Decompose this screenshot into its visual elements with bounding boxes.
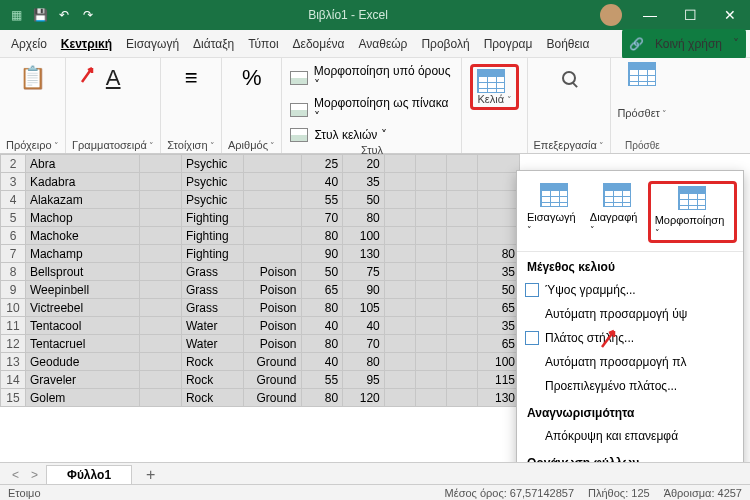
- status-count: Πλήθος: 125: [588, 487, 650, 499]
- cells-dropdown: Εισαγωγή Διαγραφή Μορφοποίηση Μέγεθος κε…: [516, 170, 744, 475]
- menu-autofit-col[interactable]: Αυτόματη προσαρμογή πλ: [517, 350, 743, 374]
- share-button[interactable]: 🔗 Κοινή χρήση ˅: [622, 29, 746, 59]
- status-ready: Ετοιμο: [8, 487, 41, 499]
- col-width-icon: [525, 331, 539, 345]
- status-avg: Μέσος όρος: 67,57142857: [445, 487, 574, 499]
- excel-icon: ▦: [6, 5, 26, 25]
- ribbon-number[interactable]: % Αριθμός: [222, 58, 282, 153]
- redo-icon[interactable]: ↷: [78, 5, 98, 25]
- ribbon-addins[interactable]: Πρόσθετ Πρόσθε: [611, 58, 673, 153]
- ribbon-alignment[interactable]: ≡ Στοίχιση: [161, 58, 222, 153]
- window-controls: — ☐ ✕: [630, 0, 750, 30]
- cells-icon: [477, 69, 505, 93]
- delete-cells-icon: [603, 183, 631, 207]
- ribbon-styles: Μορφοποίηση υπό όρους ˅ Μορφοποίηση ως π…: [282, 58, 462, 153]
- tab-nav-next[interactable]: >: [27, 468, 42, 482]
- dropdown-delete[interactable]: Διαγραφή: [586, 181, 648, 243]
- status-sum: Άθροισμα: 4257: [664, 487, 742, 499]
- dropdown-format[interactable]: Μορφοποίηση: [648, 181, 737, 243]
- menu-default-width[interactable]: Προεπιλεγμένο πλάτος...: [517, 374, 743, 398]
- menu-developer[interactable]: Προγραμ: [477, 33, 540, 55]
- window-title: Βιβλίο1 - Excel: [104, 8, 592, 22]
- percent-icon: %: [236, 62, 268, 94]
- quick-access-toolbar: ▦ 💾 ↶ ↷: [0, 5, 104, 25]
- addins-icon: [628, 62, 656, 86]
- menu-file[interactable]: Αρχείο: [4, 33, 54, 55]
- menu-layout[interactable]: Διάταξη: [186, 33, 241, 55]
- search-icon: [553, 62, 585, 94]
- row-height-icon: [525, 283, 539, 297]
- add-sheet-button[interactable]: +: [136, 466, 165, 484]
- tab-nav-prev[interactable]: <: [8, 468, 23, 482]
- menu-formulas[interactable]: Τύποι: [241, 33, 285, 55]
- user-avatar[interactable]: [600, 4, 622, 26]
- menu-insert[interactable]: Εισαγωγή: [119, 33, 186, 55]
- menu-help[interactable]: Βοήθεια: [539, 33, 596, 55]
- section-visibility: Αναγνωρισιμότητα: [517, 398, 743, 424]
- format-cells-icon: [678, 186, 706, 210]
- close-button[interactable]: ✕: [710, 0, 750, 30]
- menu-data[interactable]: Δεδομένα: [286, 33, 352, 55]
- format-as-table[interactable]: Μορφοποίηση ως πίνακα ˅: [290, 94, 453, 126]
- minimize-button[interactable]: —: [630, 0, 670, 30]
- dropdown-insert[interactable]: Εισαγωγή: [523, 181, 586, 243]
- menu-autofit-row[interactable]: Αυτόματη προσαρμογή ύψ: [517, 302, 743, 326]
- sheet-tab-1[interactable]: Φύλλο1: [46, 465, 132, 484]
- ribbon-cells[interactable]: Κελιά: [462, 58, 527, 153]
- sheet-tabs: < > Φύλλο1 +: [0, 462, 750, 486]
- section-cell-size: Μέγεθος κελιού: [517, 252, 743, 278]
- data-grid: 2AbraPsychic25203KadabraPsychic40354Alak…: [0, 154, 520, 407]
- menu-view[interactable]: Προβολή: [414, 33, 476, 55]
- save-icon[interactable]: 💾: [30, 5, 50, 25]
- ribbon-font[interactable]: A Γραμματοσειρά: [66, 58, 161, 153]
- menu-column-width[interactable]: Πλάτος στήλης...: [517, 326, 743, 350]
- ribbon-clipboard[interactable]: 📋 Πρόχειρο: [0, 58, 66, 153]
- maximize-button[interactable]: ☐: [670, 0, 710, 30]
- cell-styles[interactable]: Στυλ κελιών ˅: [290, 126, 386, 144]
- insert-cells-icon: [540, 183, 568, 207]
- cells-button-highlighted[interactable]: Κελιά: [470, 64, 518, 110]
- menu-bar: Αρχείο Κεντρική Εισαγωγή Διάταξη Τύποι Δ…: [0, 30, 750, 58]
- clipboard-icon: 📋: [17, 62, 49, 94]
- menu-hide-unhide[interactable]: Απόκρυψη και επανεμφά: [517, 424, 743, 448]
- conditional-formatting[interactable]: Μορφοποίηση υπό όρους ˅: [290, 62, 453, 94]
- ribbon-editing[interactable]: Επεξεργασία: [528, 58, 612, 153]
- menu-home[interactable]: Κεντρική: [54, 33, 119, 55]
- ribbon: 📋 Πρόχειρο A Γραμματοσειρά ≡ Στοίχιση % …: [0, 58, 750, 154]
- menu-row-height[interactable]: Ύψος γραμμής...: [517, 278, 743, 302]
- status-bar: Ετοιμο Μέσος όρος: 67,57142857 Πλήθος: 1…: [0, 484, 750, 500]
- titlebar: ▦ 💾 ↶ ↷ Βιβλίο1 - Excel — ☐ ✕: [0, 0, 750, 30]
- menu-review[interactable]: Αναθεώρ: [351, 33, 414, 55]
- font-icon: A: [97, 62, 129, 94]
- align-icon: ≡: [175, 62, 207, 94]
- undo-icon[interactable]: ↶: [54, 5, 74, 25]
